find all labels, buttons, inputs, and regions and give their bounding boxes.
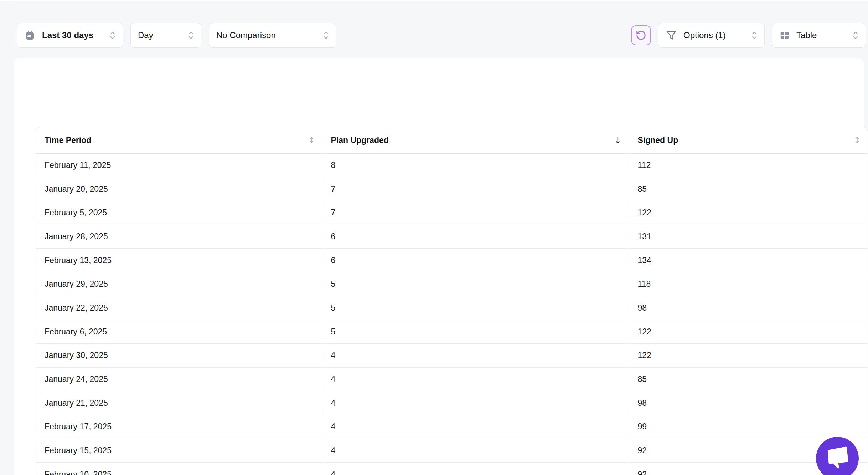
table-row: January 28, 20256131: [36, 225, 868, 249]
filter-icon: [666, 30, 677, 41]
sort-both-icon[interactable]: ↕: [308, 136, 315, 145]
column-header-signed-up[interactable]: Signed Up ↕: [629, 127, 868, 153]
column-header-time-period[interactable]: Time Period ↕: [36, 127, 322, 153]
table-cell: January 21, 2025: [36, 391, 322, 415]
table-row: February 5, 20257122: [36, 201, 868, 225]
table-row: January 22, 2025598: [36, 296, 868, 320]
table-cell: 85: [629, 367, 868, 391]
table-row: January 24, 2025485: [36, 367, 868, 391]
table-cell: 4: [322, 367, 629, 391]
sort-both-icon[interactable]: ↕: [854, 136, 861, 145]
undo-icon: [636, 30, 646, 41]
calendar-icon: [24, 30, 36, 41]
table-cell: 134: [629, 249, 868, 272]
table-row: February 6, 20255122: [36, 320, 868, 344]
toolbar-right-group: Options (1) Table: [631, 23, 866, 48]
chevron-updown-icon: [853, 31, 858, 40]
table-cell: 122: [629, 201, 868, 225]
table-cell: February 6, 2025: [36, 320, 322, 344]
table-cell: January 28, 2025: [36, 225, 322, 249]
table-cell: January 20, 2025: [36, 177, 322, 201]
table-cell: February 10, 2025: [36, 463, 322, 475]
panel-above-border: [13, 1, 868, 1]
table-cell: 4: [322, 463, 629, 475]
view-type-value: Table: [796, 30, 817, 40]
options-value: Options (1): [683, 30, 726, 40]
granularity-value: Day: [138, 30, 153, 40]
chevron-updown-icon: [110, 31, 115, 40]
table-row: February 13, 20256134: [36, 249, 868, 272]
table-row: January 30, 20254122: [36, 344, 868, 368]
table-cell: 122: [629, 344, 868, 368]
reset-button[interactable]: [631, 25, 651, 45]
table-cell: January 24, 2025: [36, 367, 322, 391]
table-cell: 6: [322, 249, 629, 272]
table-row: February 15, 2025492: [36, 439, 868, 463]
chevron-updown-icon: [323, 31, 329, 40]
toolbar-left-group: Last 30 days Day No Comparison: [17, 23, 336, 48]
table-body: February 11, 20258112January 20, 2025785…: [36, 153, 868, 475]
date-range-select[interactable]: Last 30 days: [17, 23, 123, 48]
table-cell: 7: [322, 177, 629, 201]
table-row: January 21, 2025498: [36, 391, 868, 415]
table-cell: 7: [322, 201, 629, 225]
table-cell: January 22, 2025: [36, 296, 322, 320]
date-range-value: Last 30 days: [42, 30, 93, 40]
table-cell: January 30, 2025: [36, 344, 322, 368]
column-header-plan-upgraded[interactable]: Plan Upgraded ↓: [322, 127, 629, 153]
table-cell: February 13, 2025: [36, 249, 322, 272]
table-cell: 85: [629, 177, 868, 201]
table-cell: 4: [322, 415, 629, 439]
chevron-updown-icon: [188, 31, 194, 40]
table-row: February 11, 20258112: [36, 153, 868, 177]
comparison-select[interactable]: No Comparison: [209, 23, 336, 48]
column-label: Time Period: [45, 136, 91, 145]
column-label: Plan Upgraded: [331, 136, 389, 145]
table-cell: February 15, 2025: [36, 439, 322, 463]
table-row: February 17, 2025499: [36, 415, 868, 439]
chevron-updown-icon: [751, 31, 757, 40]
table-cell: 98: [629, 391, 868, 415]
table-cell: February 5, 2025: [36, 201, 322, 225]
table-cell: 6: [322, 225, 629, 249]
table-row: February 10, 2025492: [36, 463, 868, 475]
table-cell: February 17, 2025: [36, 415, 322, 439]
chat-bubble-icon: [816, 435, 859, 475]
table-cell: 4: [322, 439, 629, 463]
table-header-row: Time Period ↕ Plan Upgraded ↓ Signed Up: [36, 127, 868, 153]
data-table: Time Period ↕ Plan Upgraded ↓ Signed Up: [36, 127, 868, 475]
table-cell: 8: [322, 153, 629, 177]
comparison-value: No Comparison: [216, 30, 276, 40]
table-cell: 98: [629, 296, 868, 320]
view-type-select[interactable]: Table: [772, 23, 866, 48]
table-cell: 122: [629, 320, 868, 344]
sort-desc-icon[interactable]: ↓: [614, 135, 622, 145]
table-cell: 118: [629, 272, 868, 296]
granularity-select[interactable]: Day: [130, 23, 201, 48]
toolbar: Last 30 days Day No Comparison: [17, 23, 866, 48]
report-card: Time Period ↕ Plan Upgraded ↓ Signed Up: [14, 58, 864, 475]
table-cell: 112: [629, 153, 868, 177]
table-icon: [779, 30, 790, 41]
table-row: January 29, 20255118: [36, 272, 868, 296]
table-cell: 5: [322, 320, 629, 344]
table-cell: 4: [322, 391, 629, 415]
table-cell: 131: [629, 225, 868, 249]
table-cell: January 29, 2025: [36, 272, 322, 296]
chat-launcher-button[interactable]: [816, 437, 859, 475]
column-label: Signed Up: [638, 136, 678, 145]
table-cell: 5: [322, 272, 629, 296]
table-cell: 4: [322, 344, 629, 368]
table-row: January 20, 2025785: [36, 177, 868, 201]
options-select[interactable]: Options (1): [658, 23, 765, 48]
table-cell: 5: [322, 296, 629, 320]
table-cell: February 11, 2025: [36, 153, 322, 177]
